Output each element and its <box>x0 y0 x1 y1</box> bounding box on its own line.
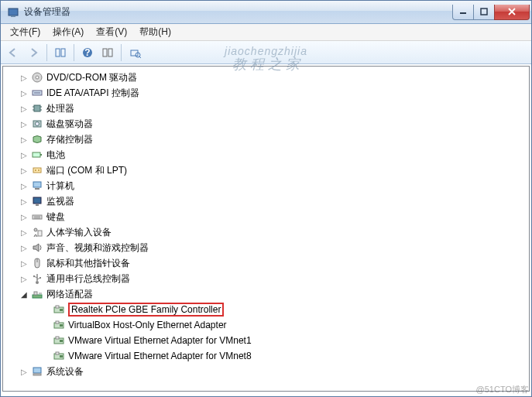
network-adapter-icon <box>53 350 65 362</box>
svg-rect-2 <box>460 12 466 14</box>
svg-rect-53 <box>56 337 59 339</box>
tree-item[interactable]: ▷鼠标和其他指针设备 <box>5 255 529 271</box>
toolbar-separator <box>74 44 74 61</box>
expand-arrow-icon[interactable]: ▷ <box>19 368 29 376</box>
menu-action[interactable]: 操作(A) <box>48 24 88 40</box>
svg-rect-29 <box>33 182 41 187</box>
tree-item[interactable]: ▷通用串行总线控制器 <box>5 271 529 286</box>
expand-arrow-icon[interactable]: ▷ <box>19 182 29 190</box>
tree-item[interactable]: ▷处理器 <box>5 101 529 116</box>
show-hide-tree-button[interactable] <box>51 43 70 62</box>
svg-rect-1 <box>11 15 15 17</box>
port-icon <box>31 164 43 176</box>
ide-icon <box>31 87 43 99</box>
mouse-icon <box>31 257 43 269</box>
expand-arrow-icon[interactable]: ▷ <box>19 104 29 113</box>
tree-item-label: 声音、视频和游戏控制器 <box>46 241 149 255</box>
tree-child-item[interactable]: VMware Virtual Ethernet Adapter for VMne… <box>5 348 529 364</box>
maximize-button[interactable] <box>474 5 494 20</box>
tree-item-label: 存储控制器 <box>46 133 93 146</box>
svg-rect-9 <box>108 49 112 56</box>
tree-child-item[interactable]: VirtualBox Host-Only Ethernet Adapter <box>5 317 529 333</box>
svg-point-28 <box>38 169 39 171</box>
expand-arrow-icon[interactable]: ▷ <box>19 244 29 252</box>
properties-button[interactable] <box>98 43 117 62</box>
network-icon <box>31 288 43 300</box>
expand-arrow-icon[interactable]: ▷ <box>19 197 29 206</box>
window-controls <box>452 5 530 20</box>
tree-item[interactable]: ▷声音、视频和游戏控制器 <box>5 240 529 255</box>
tree-item[interactable]: ▷DVD/CD-ROM 驱动器 <box>5 70 529 85</box>
expand-arrow-icon[interactable]: ▷ <box>19 259 29 268</box>
svg-point-36 <box>34 228 37 231</box>
titlebar[interactable]: 设备管理器 <box>1 1 531 24</box>
collapse-arrow-icon[interactable]: ◢ <box>19 290 29 299</box>
tree-item-label: IDE ATA/ATAPI 控制器 <box>46 87 139 100</box>
back-button[interactable] <box>4 43 22 62</box>
tree-item[interactable]: ◢网络适配器 <box>5 286 529 302</box>
svg-rect-32 <box>36 204 39 206</box>
svg-point-14 <box>36 76 39 79</box>
tree-item-label: 网络适配器 <box>46 288 93 301</box>
tree-item-label: 通用串行总线控制器 <box>46 272 130 286</box>
monitor-icon <box>31 195 43 207</box>
tree-item[interactable]: ▷人体学输入设备 <box>5 224 529 240</box>
svg-rect-25 <box>40 154 42 156</box>
help-button[interactable]: ? <box>78 43 97 62</box>
hid-icon <box>31 226 43 238</box>
usb-icon <box>31 272 43 285</box>
menu-help[interactable]: 帮助(H) <box>135 24 176 40</box>
expand-arrow-icon[interactable]: ▷ <box>19 135 29 144</box>
svg-rect-17 <box>34 105 40 111</box>
tree-item-label: 鼠标和其他指针设备 <box>46 257 130 270</box>
tree-item-label: 计算机 <box>46 180 74 193</box>
expand-arrow-icon[interactable]: ▷ <box>19 151 29 159</box>
svg-rect-48 <box>60 309 63 311</box>
close-button[interactable] <box>494 5 530 20</box>
content-area: ▷DVD/CD-ROM 驱动器▷IDE ATA/ATAPI 控制器▷处理器▷磁盘… <box>1 64 531 396</box>
svg-rect-47 <box>56 306 59 308</box>
device-tree[interactable]: ▷DVD/CD-ROM 驱动器▷IDE ATA/ATAPI 控制器▷处理器▷磁盘… <box>2 66 530 392</box>
tree-item[interactable]: ▷存储控制器 <box>5 132 529 147</box>
tree-item[interactable]: ▷监视器 <box>5 193 529 209</box>
tree-child-label: VMware Virtual Ethernet Adapter for VMne… <box>68 351 252 361</box>
svg-rect-42 <box>39 277 41 279</box>
tree-item[interactable]: ▷IDE ATA/ATAPI 控制器 <box>5 85 529 101</box>
battery-icon <box>31 149 43 161</box>
tree-item[interactable]: ▷计算机 <box>5 178 529 193</box>
svg-rect-4 <box>56 49 60 56</box>
minimize-button[interactable] <box>452 5 474 20</box>
scan-button[interactable] <box>125 43 144 62</box>
tree-child-label: VirtualBox Host-Only Ethernet Adapter <box>68 320 227 330</box>
expand-arrow-icon[interactable]: ▷ <box>19 74 29 82</box>
tree-item-label: 系统设备 <box>46 365 84 378</box>
app-icon <box>7 6 19 19</box>
svg-rect-37 <box>38 231 42 236</box>
svg-rect-5 <box>61 49 65 56</box>
tree-child-item[interactable]: Realtek PCIe GBE Family Controller <box>5 302 529 317</box>
tree-item[interactable]: ▷端口 (COM 和 LPT) <box>5 163 529 178</box>
menu-view[interactable]: 查看(V) <box>91 24 132 40</box>
svg-rect-51 <box>60 324 63 327</box>
tree-item[interactable]: ▷系统设备 <box>5 364 529 379</box>
svg-text:?: ? <box>84 47 90 58</box>
network-adapter-icon <box>53 303 65 316</box>
expand-arrow-icon[interactable]: ▷ <box>19 120 29 128</box>
expand-arrow-icon[interactable]: ▷ <box>19 228 29 237</box>
forward-button[interactable] <box>24 43 43 62</box>
tree-item[interactable]: ▷键盘 <box>5 209 529 224</box>
svg-rect-0 <box>9 9 18 15</box>
keyboard-icon <box>31 210 43 223</box>
svg-rect-24 <box>33 152 40 157</box>
expand-arrow-icon[interactable]: ▷ <box>19 89 29 98</box>
expand-arrow-icon[interactable]: ▷ <box>19 166 29 175</box>
svg-rect-30 <box>35 188 39 190</box>
expand-arrow-icon[interactable]: ▷ <box>19 275 29 283</box>
svg-point-41 <box>33 276 35 277</box>
tree-item-label: 处理器 <box>46 102 74 115</box>
expand-arrow-icon[interactable]: ▷ <box>19 213 29 221</box>
tree-item[interactable]: ▷电池 <box>5 147 529 163</box>
tree-child-item[interactable]: VMware Virtual Ethernet Adapter for VMne… <box>5 333 529 348</box>
tree-item[interactable]: ▷磁盘驱动器 <box>5 116 529 132</box>
menu-file[interactable]: 文件(F) <box>5 24 45 40</box>
